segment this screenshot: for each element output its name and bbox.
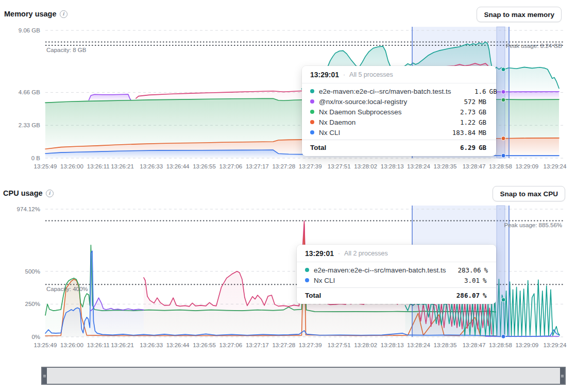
process-unit: MB bbox=[479, 98, 488, 106]
process-unit: GB bbox=[489, 88, 497, 95]
memory-title-text: Memory usage bbox=[4, 10, 57, 18]
total-value: 286.07 bbox=[453, 292, 480, 299]
hover-dot bbox=[501, 90, 505, 94]
dot-separator: · bbox=[343, 71, 345, 78]
process-unit: % bbox=[484, 266, 488, 274]
total-unit: % bbox=[483, 292, 488, 299]
process-value: 283.06 bbox=[454, 266, 481, 274]
charts-canvas[interactable] bbox=[0, 0, 576, 392]
tooltip-row: @nx/nx-source:local-registry572MB bbox=[302, 96, 496, 107]
process-value: 1.22 bbox=[449, 118, 476, 126]
hover-dot bbox=[501, 137, 505, 141]
scrollbar-left-handle[interactable] bbox=[42, 368, 47, 384]
process-unit: GB bbox=[479, 118, 488, 126]
scrollbar-right-handle[interactable] bbox=[560, 368, 565, 384]
memory-chart-title: Memory usage i bbox=[4, 10, 67, 18]
tooltip-row: Nx CLI183.84MB bbox=[302, 127, 496, 138]
snap-to-max-cpu-button[interactable]: Snap to max CPU bbox=[493, 186, 565, 201]
process-unit: MB bbox=[479, 129, 488, 137]
total-label: Total bbox=[305, 292, 453, 299]
tooltip-subtitle: All 5 processes bbox=[349, 71, 393, 78]
series-color-dot bbox=[310, 99, 314, 104]
series-color-dot bbox=[305, 278, 309, 282]
series-color-dot bbox=[310, 120, 314, 124]
process-name: @nx/nx-source:local-registry bbox=[319, 98, 449, 106]
process-profile-page: { "chart_data": [ { "id": "mem", "type":… bbox=[0, 0, 576, 392]
process-value: 183.84 bbox=[449, 129, 476, 137]
cpu-title-text: CPU usage bbox=[3, 189, 43, 197]
tooltip-row: e2e-maven:e2e-ci--src/maven-batch.test.t… bbox=[297, 265, 496, 275]
process-unit: % bbox=[483, 277, 488, 284]
series-area bbox=[91, 298, 144, 337]
process-value: 1.6 bbox=[460, 88, 486, 95]
process-name: Nx CLI bbox=[319, 129, 449, 137]
info-icon[interactable]: i bbox=[46, 190, 54, 197]
info-icon[interactable]: i bbox=[60, 10, 67, 18]
tooltip-header: 13:29:01·All 2 processes bbox=[297, 245, 496, 262]
tooltip-time: 13:29:01 bbox=[310, 71, 339, 79]
cpu-chart-title: CPU usage i bbox=[3, 189, 54, 197]
snap-to-max-memory-button[interactable]: Snap to max memory bbox=[477, 7, 562, 22]
tooltip-total-row: Total6.29GB bbox=[302, 140, 496, 156]
tooltip-row: Nx Daemon1.22GB bbox=[302, 117, 496, 127]
series-color-dot bbox=[310, 89, 314, 93]
memory-tooltip: 13:29:01·All 5 processese2e-maven:e2e-ci… bbox=[302, 66, 496, 156]
tooltip-time: 13:29:01 bbox=[305, 249, 334, 258]
total-unit: GB bbox=[479, 144, 488, 151]
total-label: Total bbox=[310, 144, 449, 151]
hover-dot bbox=[501, 154, 505, 158]
process-name: Nx CLI bbox=[314, 277, 453, 284]
series-color-dot bbox=[310, 130, 314, 134]
cpu-tooltip: 13:29:01·All 2 processese2e-maven:e2e-ci… bbox=[297, 245, 496, 304]
total-value: 6.29 bbox=[449, 144, 476, 151]
hover-dot bbox=[501, 98, 505, 102]
process-name: Nx Daemon Subprocesses bbox=[319, 108, 449, 116]
process-unit: GB bbox=[479, 108, 488, 116]
series-color-dot bbox=[310, 110, 314, 114]
process-value: 572 bbox=[449, 98, 476, 106]
tooltip-row: Nx CLI3.01% bbox=[297, 275, 496, 285]
hover-slot bbox=[497, 206, 505, 337]
series-color-dot bbox=[305, 268, 309, 272]
hover-dot bbox=[501, 298, 505, 302]
process-name: Nx Daemon bbox=[319, 118, 449, 126]
time-range-scrollbar[interactable] bbox=[41, 367, 566, 385]
tooltip-subtitle: All 2 processes bbox=[344, 250, 388, 257]
hover-dot bbox=[501, 67, 505, 72]
process-name: e2e-maven:e2e-ci--src/maven-batch.test.t… bbox=[314, 266, 454, 274]
process-value: 3.01 bbox=[453, 277, 480, 284]
tooltip-total-row: Total286.07% bbox=[297, 287, 496, 304]
dot-separator: · bbox=[338, 250, 340, 257]
tooltip-header: 13:29:01·All 5 processes bbox=[302, 66, 496, 83]
tooltip-row: e2e-maven:e2e-ci--src/maven-batch.test.t… bbox=[302, 86, 496, 96]
process-value: 2.73 bbox=[449, 108, 476, 116]
tooltip-row: Nx Daemon Subprocesses2.73GB bbox=[302, 107, 496, 117]
hover-dot bbox=[501, 334, 505, 338]
process-name: e2e-maven:e2e-ci--src/maven-batch.test.t… bbox=[319, 88, 460, 95]
